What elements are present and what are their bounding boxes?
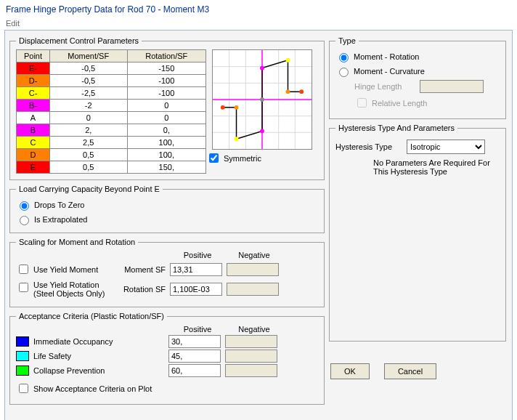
- hysteresis-type-select[interactable]: Isotropic: [407, 140, 485, 154]
- symmetric-checkbox[interactable]: Symmetric: [206, 151, 261, 165]
- cell-r[interactable]: 0: [127, 100, 206, 112]
- cell-r[interactable]: 100,: [127, 149, 206, 161]
- moment-sf-pos-input[interactable]: [170, 263, 222, 276]
- cell-pt: D-: [17, 75, 50, 87]
- group-load-capacity: Load Carrying Capacity Beyond Point E Dr…: [9, 185, 325, 233]
- cell-r[interactable]: 150,: [127, 161, 206, 174]
- svg-point-13: [260, 129, 264, 133]
- ls-neg-input: [225, 350, 277, 363]
- svg-point-10: [221, 105, 225, 110]
- cancel-button[interactable]: Cancel: [384, 363, 436, 379]
- symmetric-label: Symmetric: [224, 154, 261, 163]
- svg-point-16: [286, 58, 290, 62]
- radio-drops-to-zero-label: Drops To Zero: [34, 201, 85, 209]
- th-moment: Moment/SF: [50, 50, 128, 62]
- group-load-capacity-legend: Load Carrying Capacity Beyond Point E: [16, 185, 163, 193]
- use-yield-rotation-input[interactable]: [19, 283, 28, 292]
- use-yield-rotation-check[interactable]: Use Yield Rotation (Steel Objects Only): [16, 280, 110, 298]
- table-row[interactable]: D0,5100,: [17, 149, 206, 161]
- radio-is-extrapolated-label: Is Extrapolated: [34, 215, 87, 224]
- symmetric-checkbox-input[interactable]: [209, 153, 219, 163]
- client-area: Displacement Control Parameters Point Mo…: [4, 30, 513, 420]
- radio-is-extrapolated-input[interactable]: [20, 216, 29, 225]
- hysteresis-type-label: Hysteresis Type: [335, 142, 402, 151]
- cell-m[interactable]: -2: [50, 100, 128, 112]
- radio-moment-curvature-label: Moment - Curvature: [354, 67, 425, 76]
- cell-r[interactable]: 0,: [127, 124, 206, 137]
- cp-pos-input[interactable]: [168, 364, 221, 377]
- svg-point-11: [235, 105, 239, 110]
- radio-drops-to-zero-input[interactable]: [20, 201, 29, 211]
- cell-pt: C: [17, 137, 50, 149]
- th-point: Point: [17, 50, 50, 62]
- radio-moment-rotation-input[interactable]: [339, 53, 349, 62]
- cell-m[interactable]: 2,: [50, 124, 128, 137]
- radio-moment-curvature[interactable]: Moment - Curvature: [335, 65, 425, 77]
- show-acceptance-on-plot-label: Show Acceptance Criteria on Plot: [33, 384, 152, 393]
- cell-pt: E-: [17, 62, 50, 75]
- scaling-neg-hdr: Negative: [228, 251, 280, 259]
- table-row[interactable]: A00: [17, 112, 206, 124]
- show-acceptance-on-plot-input[interactable]: [19, 384, 28, 393]
- radio-moment-rotation[interactable]: Moment - Rotation: [335, 51, 419, 62]
- cell-pt: B: [17, 124, 50, 137]
- table-row[interactable]: B--20: [17, 100, 206, 112]
- group-acceptance-legend: Acceptance Criteria (Plastic Rotation/SF…: [16, 312, 167, 320]
- table-row[interactable]: E0,5150,: [17, 161, 206, 174]
- io-swatch: [16, 336, 29, 347]
- cell-m[interactable]: -2,5: [50, 87, 128, 100]
- table-row[interactable]: D--0,5-100: [17, 75, 206, 87]
- table-row[interactable]: C--2,5-100: [17, 87, 206, 100]
- table-row[interactable]: E--0,5-150: [17, 62, 206, 75]
- relative-length-input: [357, 98, 367, 108]
- cell-pt: E: [17, 161, 50, 174]
- cp-swatch: [16, 366, 29, 376]
- radio-moment-rotation-label: Moment - Rotation: [354, 52, 419, 61]
- cell-pt: A: [17, 112, 50, 124]
- cell-m[interactable]: -0,5: [50, 62, 128, 75]
- hinge-length-label: Hinge Length: [354, 82, 415, 91]
- io-neg-input: [225, 335, 277, 348]
- table-row[interactable]: B2,0,: [17, 124, 206, 137]
- radio-drops-to-zero[interactable]: Drops To Zero: [16, 199, 85, 211]
- rotation-sf-label: Rotation SF: [115, 285, 166, 294]
- show-acceptance-on-plot-check[interactable]: Show Acceptance Criteria on Plot: [16, 381, 152, 395]
- rotation-sf-pos-input[interactable]: [170, 283, 222, 296]
- use-yield-rotation-sub: (Steel Objects Only): [33, 289, 105, 298]
- cell-m[interactable]: 0: [50, 112, 128, 124]
- svg-point-18: [299, 89, 304, 94]
- menu-edit[interactable]: Edit: [6, 19, 20, 28]
- hysteresis-note: No Parameters Are Required For This Hyst…: [373, 158, 497, 176]
- ls-pos-input[interactable]: [168, 350, 221, 363]
- cell-r[interactable]: 100,: [127, 137, 206, 149]
- table-row[interactable]: C2,5100,: [17, 137, 206, 149]
- use-yield-moment-check[interactable]: Use Yield Moment: [16, 262, 110, 276]
- use-yield-moment-label: Use Yield Moment: [33, 265, 98, 274]
- io-pos-input[interactable]: [168, 335, 221, 348]
- group-displacement-control-legend: Displacement Control Parameters: [16, 36, 142, 45]
- cell-r[interactable]: -100: [127, 87, 206, 100]
- cell-m[interactable]: 0,5: [50, 149, 128, 161]
- hinge-point-table[interactable]: Point Moment/SF Rotation/SF E--0,5-150 D…: [16, 49, 206, 174]
- group-acceptance: Acceptance Criteria (Plastic Rotation/SF…: [9, 312, 325, 405]
- cell-m[interactable]: 0,5: [50, 161, 128, 174]
- radio-moment-curvature-input[interactable]: [339, 68, 349, 77]
- ok-button[interactable]: OK: [330, 363, 370, 379]
- cell-m[interactable]: 2,5: [50, 137, 128, 149]
- cell-r[interactable]: -100: [127, 75, 206, 87]
- radio-is-extrapolated[interactable]: Is Extrapolated: [16, 214, 87, 225]
- cell-r[interactable]: -150: [127, 62, 206, 75]
- cell-pt: C-: [17, 87, 50, 100]
- hinge-length-input: [420, 80, 484, 93]
- svg-point-17: [286, 89, 290, 94]
- cell-m[interactable]: -0,5: [50, 75, 128, 87]
- window-title: Frame Hinge Property Data for Rod 70 - M…: [0, 0, 517, 17]
- svg-point-15: [260, 66, 264, 70]
- relative-length-label: Relative Length: [372, 99, 427, 108]
- svg-point-14: [260, 97, 264, 102]
- cp-label: Collapse Prevention: [33, 366, 164, 375]
- group-hysteresis: Hysteresis Type And Parameters Hysteresi…: [329, 124, 506, 342]
- group-displacement-control: Displacement Control Parameters Point Mo…: [9, 36, 325, 180]
- use-yield-moment-input[interactable]: [19, 264, 28, 274]
- cell-r[interactable]: 0: [127, 112, 206, 124]
